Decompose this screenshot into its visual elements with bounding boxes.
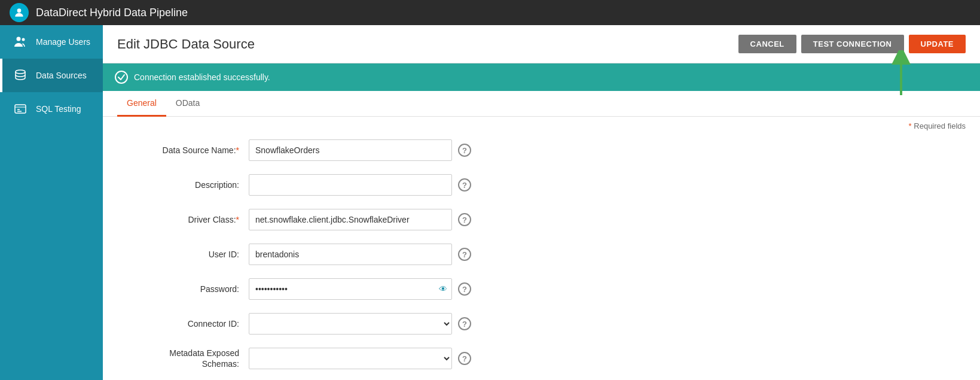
help-icon-data-source-name[interactable]: ? — [458, 144, 471, 157]
label-password: Password: — [117, 284, 249, 294]
label-metadata-schemas: Metadata ExposedSchemas: — [117, 348, 249, 369]
help-icon-user-id[interactable]: ? — [458, 248, 471, 261]
select-connector-id[interactable] — [249, 313, 452, 335]
success-icon — [115, 71, 128, 84]
sidebar-label-manage-users: Manage Users — [36, 37, 90, 47]
input-driver-class[interactable] — [249, 209, 452, 230]
input-description[interactable] — [249, 174, 452, 196]
help-icon-driver-class[interactable]: ? — [458, 213, 471, 226]
app-title: DataDirect Hybrid Data Pipeline — [36, 7, 188, 19]
form-area: Data Source Name:* ? Description: ? Driv… — [103, 133, 980, 380]
help-icon-connector-id[interactable]: ? — [458, 317, 471, 330]
datasource-icon — [12, 67, 29, 84]
required-fields-note: * Required fields — [103, 117, 980, 133]
tab-odata[interactable]: OData — [166, 91, 209, 117]
svg-point-3 — [16, 70, 25, 74]
svg-point-0 — [17, 8, 22, 13]
top-bar: DataDirect Hybrid Data Pipeline — [0, 0, 980, 25]
tab-general[interactable]: General — [117, 91, 166, 117]
sidebar-item-sql-testing[interactable]: SQL Testing — [0, 92, 103, 126]
content-area: Edit JDBC Data Source CANCEL TEST CONNEC… — [103, 25, 980, 380]
input-user-id[interactable] — [249, 244, 452, 265]
help-icon-password[interactable]: ? — [458, 282, 471, 296]
sidebar-item-manage-users[interactable]: Manage Users — [0, 25, 103, 59]
label-data-source-name: Data Source Name:* — [117, 145, 249, 155]
cancel-button[interactable]: CANCEL — [738, 35, 796, 53]
form-row-metadata-schemas: Metadata ExposedSchemas: ? — [117, 346, 966, 371]
header-buttons: CANCEL TEST CONNECTION UPDATE — [738, 35, 966, 53]
label-connector-id: Connector ID: — [117, 319, 249, 329]
form-row-connector-id: Connector ID: ? — [117, 311, 966, 336]
success-message: Connection established successfully. — [134, 72, 270, 82]
password-toggle-icon[interactable]: 👁 — [439, 284, 447, 294]
test-connection-button[interactable]: TEST CONNECTION — [801, 35, 904, 53]
svg-point-2 — [22, 38, 25, 41]
help-icon-metadata-schemas[interactable]: ? — [458, 352, 471, 365]
password-wrapper: 👁 — [249, 278, 452, 300]
page-title: Edit JDBC Data Source — [117, 37, 255, 52]
sidebar-label-data-sources: Data Sources — [36, 71, 87, 80]
sidebar-label-sql-testing: SQL Testing — [36, 104, 81, 114]
main-layout: Manage Users Data Sources S — [0, 25, 980, 380]
label-driver-class: Driver Class:* — [117, 215, 249, 224]
users-icon — [12, 34, 29, 50]
input-data-source-name[interactable] — [249, 139, 452, 161]
sql-icon — [12, 101, 29, 117]
help-icon-description[interactable]: ? — [458, 178, 471, 191]
label-user-id: User ID: — [117, 250, 249, 259]
form-row-user-id: User ID: ? — [117, 242, 966, 267]
success-banner: Connection established successfully. — [103, 63, 980, 91]
form-row-data-source-name: Data Source Name:* ? — [117, 138, 966, 163]
tabs-bar: General OData — [103, 91, 980, 117]
form-row-password: Password: 👁 ? — [117, 276, 966, 302]
svg-point-1 — [17, 37, 21, 41]
update-button[interactable]: UPDATE — [909, 35, 966, 53]
select-metadata-schemas[interactable] — [249, 348, 452, 369]
form-row-description: Description: ? — [117, 172, 966, 197]
content-header: Edit JDBC Data Source CANCEL TEST CONNEC… — [103, 25, 980, 63]
app-logo — [10, 3, 29, 22]
sidebar-item-data-sources[interactable]: Data Sources — [0, 59, 103, 92]
input-password[interactable] — [249, 278, 452, 300]
form-row-driver-class: Driver Class:* ? — [117, 207, 966, 232]
label-description: Description: — [117, 180, 249, 190]
sidebar: Manage Users Data Sources S — [0, 25, 103, 380]
svg-rect-4 — [15, 105, 26, 113]
